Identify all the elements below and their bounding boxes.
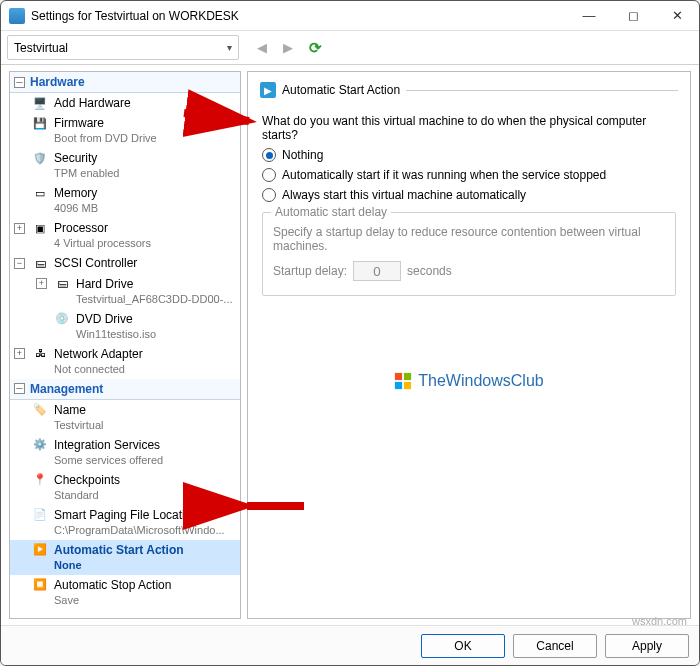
network-icon: 🖧	[32, 346, 48, 362]
radio-nothing[interactable]: Nothing	[262, 148, 676, 162]
tree-scsi-controller[interactable]: −🖴SCSI Controller	[10, 253, 240, 273]
processor-icon: ▣	[32, 220, 48, 236]
credit-text: wsxdn.com	[632, 615, 687, 627]
delay-row: Startup delay: seconds	[273, 261, 665, 281]
dialog-buttons: OK Cancel Apply	[1, 625, 699, 665]
nav-forward-button[interactable]: ▶	[279, 38, 297, 57]
collapse-icon[interactable]: ─	[14, 77, 25, 88]
section-management-label: Management	[30, 382, 103, 396]
memory-icon: ▭	[32, 185, 48, 201]
stop-action-icon: ⏹️	[32, 577, 48, 593]
expand-icon[interactable]: +	[36, 278, 47, 289]
titlebar: Settings for Testvirtual on WORKDESK ― ◻…	[1, 1, 699, 31]
start-action-icon: ▶	[260, 82, 276, 98]
paging-icon: 📄	[32, 507, 48, 523]
close-button[interactable]: ✕	[655, 1, 699, 31]
vm-selector-dropdown[interactable]: Testvirtual ▾	[7, 35, 239, 60]
section-hardware[interactable]: ─ Hardware	[10, 72, 240, 93]
tree-add-hardware[interactable]: 🖥️Add Hardware	[10, 93, 240, 113]
tree-automatic-start-action[interactable]: ▶️Automatic Start Action None	[10, 540, 240, 575]
radio-if-running[interactable]: Automatically start if it was running wh…	[262, 168, 676, 182]
apply-button[interactable]: Apply	[605, 634, 689, 658]
app-icon	[9, 8, 25, 24]
settings-tree[interactable]: ─ Hardware 🖥️Add Hardware 💾Firmware Boot…	[9, 71, 241, 619]
toolbar: Testvirtual ▾ ◀ ▶ ⟳	[1, 31, 699, 65]
hard-drive-icon: 🖴	[54, 276, 70, 292]
minimize-button[interactable]: ―	[567, 1, 611, 31]
dvd-icon: 💿	[54, 311, 70, 327]
tree-checkpoints[interactable]: 📍Checkpoints Standard	[10, 470, 240, 505]
add-hardware-icon: 🖥️	[32, 95, 48, 111]
details-pane: ▶ Automatic Start Action What do you wan…	[247, 71, 691, 619]
cancel-button[interactable]: Cancel	[513, 634, 597, 658]
name-icon: 🏷️	[32, 402, 48, 418]
automatic-start-delay-group: Automatic start delay Specify a startup …	[262, 212, 676, 296]
vm-selector-value: Testvirtual	[14, 41, 68, 55]
tree-firmware[interactable]: 💾Firmware Boot from DVD Drive	[10, 113, 240, 148]
svg-rect-2	[395, 382, 402, 389]
tree-smart-paging[interactable]: 📄Smart Paging File Location C:\ProgramDa…	[10, 505, 240, 540]
startup-delay-input	[353, 261, 401, 281]
tree-hard-drive[interactable]: +🖴Hard Drive Testvirtual_AF68C3DD-DD00-.…	[10, 274, 240, 309]
start-action-icon: ▶️	[32, 542, 48, 558]
radio-icon	[262, 148, 276, 162]
question-text: What do you want this virtual machine to…	[262, 114, 676, 142]
svg-rect-3	[404, 382, 411, 389]
tree-network-adapter[interactable]: +🖧Network Adapter Not connected	[10, 344, 240, 379]
window-title: Settings for Testvirtual on WORKDESK	[31, 9, 567, 23]
refresh-button[interactable]: ⟳	[305, 37, 326, 59]
tree-memory[interactable]: ▭Memory 4096 MB	[10, 183, 240, 218]
tree-automatic-stop-action[interactable]: ⏹️Automatic Stop Action Save	[10, 575, 240, 610]
svg-rect-0	[395, 373, 402, 380]
firmware-icon: 💾	[32, 115, 48, 131]
delay-description: Specify a startup delay to reduce resour…	[273, 225, 665, 253]
settings-window: Settings for Testvirtual on WORKDESK ― ◻…	[0, 0, 700, 666]
radio-icon	[262, 188, 276, 202]
watermark: TheWindowsClub	[248, 372, 690, 390]
expand-icon[interactable]: +	[14, 223, 25, 234]
group-legend: Automatic start delay	[271, 205, 391, 219]
tree-dvd-drive[interactable]: 💿DVD Drive Win11testiso.iso	[10, 309, 240, 344]
content-area: ─ Hardware 🖥️Add Hardware 💾Firmware Boot…	[1, 65, 699, 625]
delay-unit: seconds	[407, 264, 452, 278]
collapse-icon[interactable]: ─	[14, 383, 25, 394]
radio-icon	[262, 168, 276, 182]
expand-icon[interactable]: +	[14, 348, 25, 359]
maximize-button[interactable]: ◻	[611, 1, 655, 31]
collapse-icon[interactable]: −	[14, 258, 25, 269]
delay-label: Startup delay:	[273, 264, 347, 278]
pane-title: ▶ Automatic Start Action	[260, 82, 678, 104]
security-icon: 🛡️	[32, 150, 48, 166]
scsi-icon: 🖴	[32, 255, 48, 271]
integration-icon: ⚙️	[32, 437, 48, 453]
tree-integration-services[interactable]: ⚙️Integration Services Some services off…	[10, 435, 240, 470]
tree-name[interactable]: 🏷️Name Testvirtual	[10, 400, 240, 435]
ok-button[interactable]: OK	[421, 634, 505, 658]
chevron-down-icon: ▾	[227, 42, 232, 53]
svg-rect-1	[404, 373, 411, 380]
tree-security[interactable]: 🛡️Security TPM enabled	[10, 148, 240, 183]
windows-logo-icon	[394, 372, 412, 390]
checkpoints-icon: 📍	[32, 472, 48, 488]
tree-processor[interactable]: +▣Processor 4 Virtual processors	[10, 218, 240, 253]
nav-back-button[interactable]: ◀	[253, 38, 271, 57]
radio-always[interactable]: Always start this virtual machine automa…	[262, 188, 676, 202]
section-hardware-label: Hardware	[30, 75, 85, 89]
section-management[interactable]: ─ Management	[10, 379, 240, 400]
nav-buttons: ◀ ▶ ⟳	[245, 31, 334, 64]
